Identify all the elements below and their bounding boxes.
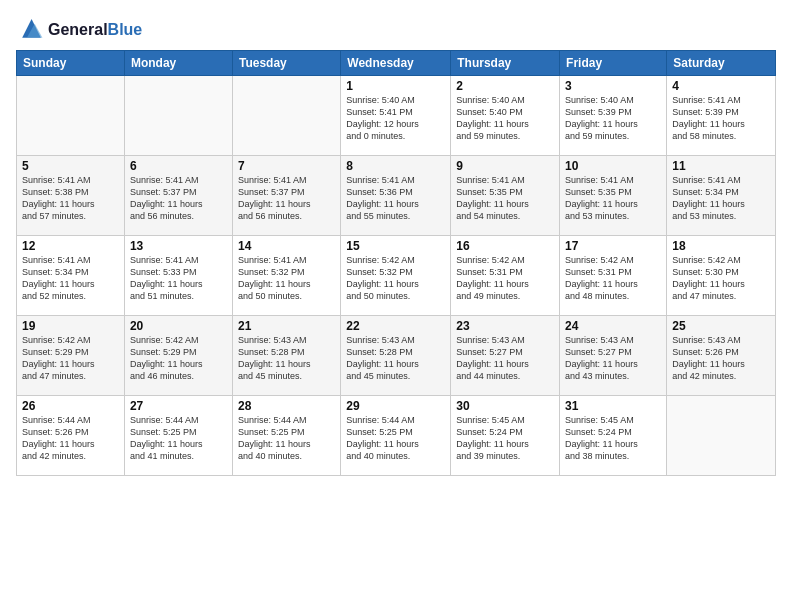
calendar-week-row: 12Sunrise: 5:41 AM Sunset: 5:34 PM Dayli… <box>17 236 776 316</box>
calendar-cell: 1Sunrise: 5:40 AM Sunset: 5:41 PM Daylig… <box>341 76 451 156</box>
calendar-table: SundayMondayTuesdayWednesdayThursdayFrid… <box>16 50 776 476</box>
calendar-cell: 14Sunrise: 5:41 AM Sunset: 5:32 PM Dayli… <box>232 236 340 316</box>
day-info: Sunrise: 5:41 AM Sunset: 5:35 PM Dayligh… <box>565 174 661 223</box>
header: GeneralBlue <box>16 12 776 44</box>
day-number: 3 <box>565 79 661 93</box>
day-number: 17 <box>565 239 661 253</box>
calendar-cell <box>124 76 232 156</box>
day-info: Sunrise: 5:41 AM Sunset: 5:32 PM Dayligh… <box>238 254 335 303</box>
day-info: Sunrise: 5:41 AM Sunset: 5:38 PM Dayligh… <box>22 174 119 223</box>
calendar-cell: 18Sunrise: 5:42 AM Sunset: 5:30 PM Dayli… <box>667 236 776 316</box>
day-number: 13 <box>130 239 227 253</box>
weekday-header: Tuesday <box>232 51 340 76</box>
day-number: 10 <box>565 159 661 173</box>
day-info: Sunrise: 5:44 AM Sunset: 5:25 PM Dayligh… <box>238 414 335 463</box>
day-number: 22 <box>346 319 445 333</box>
day-number: 15 <box>346 239 445 253</box>
day-info: Sunrise: 5:42 AM Sunset: 5:32 PM Dayligh… <box>346 254 445 303</box>
day-info: Sunrise: 5:43 AM Sunset: 5:28 PM Dayligh… <box>238 334 335 383</box>
day-info: Sunrise: 5:41 AM Sunset: 5:34 PM Dayligh… <box>672 174 770 223</box>
day-info: Sunrise: 5:41 AM Sunset: 5:35 PM Dayligh… <box>456 174 554 223</box>
day-number: 20 <box>130 319 227 333</box>
calendar-cell: 7Sunrise: 5:41 AM Sunset: 5:37 PM Daylig… <box>232 156 340 236</box>
logo: GeneralBlue <box>16 16 142 44</box>
day-number: 31 <box>565 399 661 413</box>
day-number: 14 <box>238 239 335 253</box>
weekday-header: Sunday <box>17 51 125 76</box>
day-number: 21 <box>238 319 335 333</box>
calendar-cell: 31Sunrise: 5:45 AM Sunset: 5:24 PM Dayli… <box>560 396 667 476</box>
day-number: 19 <box>22 319 119 333</box>
calendar-cell: 13Sunrise: 5:41 AM Sunset: 5:33 PM Dayli… <box>124 236 232 316</box>
calendar-cell: 15Sunrise: 5:42 AM Sunset: 5:32 PM Dayli… <box>341 236 451 316</box>
calendar-cell: 2Sunrise: 5:40 AM Sunset: 5:40 PM Daylig… <box>451 76 560 156</box>
day-info: Sunrise: 5:45 AM Sunset: 5:24 PM Dayligh… <box>565 414 661 463</box>
day-number: 28 <box>238 399 335 413</box>
calendar-header-row: SundayMondayTuesdayWednesdayThursdayFrid… <box>17 51 776 76</box>
day-number: 9 <box>456 159 554 173</box>
day-number: 2 <box>456 79 554 93</box>
calendar-cell: 11Sunrise: 5:41 AM Sunset: 5:34 PM Dayli… <box>667 156 776 236</box>
calendar-cell: 22Sunrise: 5:43 AM Sunset: 5:28 PM Dayli… <box>341 316 451 396</box>
day-number: 29 <box>346 399 445 413</box>
day-info: Sunrise: 5:41 AM Sunset: 5:37 PM Dayligh… <box>238 174 335 223</box>
calendar-cell <box>17 76 125 156</box>
calendar-cell: 17Sunrise: 5:42 AM Sunset: 5:31 PM Dayli… <box>560 236 667 316</box>
day-number: 7 <box>238 159 335 173</box>
calendar-cell: 23Sunrise: 5:43 AM Sunset: 5:27 PM Dayli… <box>451 316 560 396</box>
day-info: Sunrise: 5:42 AM Sunset: 5:29 PM Dayligh… <box>22 334 119 383</box>
day-number: 18 <box>672 239 770 253</box>
calendar-cell: 28Sunrise: 5:44 AM Sunset: 5:25 PM Dayli… <box>232 396 340 476</box>
day-info: Sunrise: 5:41 AM Sunset: 5:33 PM Dayligh… <box>130 254 227 303</box>
day-info: Sunrise: 5:41 AM Sunset: 5:34 PM Dayligh… <box>22 254 119 303</box>
day-info: Sunrise: 5:45 AM Sunset: 5:24 PM Dayligh… <box>456 414 554 463</box>
day-number: 6 <box>130 159 227 173</box>
day-info: Sunrise: 5:40 AM Sunset: 5:39 PM Dayligh… <box>565 94 661 143</box>
calendar-week-row: 1Sunrise: 5:40 AM Sunset: 5:41 PM Daylig… <box>17 76 776 156</box>
calendar-cell: 6Sunrise: 5:41 AM Sunset: 5:37 PM Daylig… <box>124 156 232 236</box>
calendar-cell: 25Sunrise: 5:43 AM Sunset: 5:26 PM Dayli… <box>667 316 776 396</box>
day-info: Sunrise: 5:41 AM Sunset: 5:36 PM Dayligh… <box>346 174 445 223</box>
calendar-cell: 30Sunrise: 5:45 AM Sunset: 5:24 PM Dayli… <box>451 396 560 476</box>
calendar-cell: 24Sunrise: 5:43 AM Sunset: 5:27 PM Dayli… <box>560 316 667 396</box>
day-info: Sunrise: 5:42 AM Sunset: 5:31 PM Dayligh… <box>565 254 661 303</box>
calendar-cell: 10Sunrise: 5:41 AM Sunset: 5:35 PM Dayli… <box>560 156 667 236</box>
calendar-cell: 26Sunrise: 5:44 AM Sunset: 5:26 PM Dayli… <box>17 396 125 476</box>
calendar-cell: 29Sunrise: 5:44 AM Sunset: 5:25 PM Dayli… <box>341 396 451 476</box>
day-number: 16 <box>456 239 554 253</box>
day-info: Sunrise: 5:40 AM Sunset: 5:40 PM Dayligh… <box>456 94 554 143</box>
day-info: Sunrise: 5:42 AM Sunset: 5:29 PM Dayligh… <box>130 334 227 383</box>
logo-text: GeneralBlue <box>48 21 142 39</box>
calendar-cell: 21Sunrise: 5:43 AM Sunset: 5:28 PM Dayli… <box>232 316 340 396</box>
logo-icon <box>16 16 44 44</box>
calendar-cell: 19Sunrise: 5:42 AM Sunset: 5:29 PM Dayli… <box>17 316 125 396</box>
day-number: 23 <box>456 319 554 333</box>
day-info: Sunrise: 5:42 AM Sunset: 5:31 PM Dayligh… <box>456 254 554 303</box>
calendar-cell: 12Sunrise: 5:41 AM Sunset: 5:34 PM Dayli… <box>17 236 125 316</box>
calendar-cell <box>667 396 776 476</box>
day-info: Sunrise: 5:42 AM Sunset: 5:30 PM Dayligh… <box>672 254 770 303</box>
calendar-cell: 5Sunrise: 5:41 AM Sunset: 5:38 PM Daylig… <box>17 156 125 236</box>
day-number: 4 <box>672 79 770 93</box>
calendar-cell: 27Sunrise: 5:44 AM Sunset: 5:25 PM Dayli… <box>124 396 232 476</box>
weekday-header: Thursday <box>451 51 560 76</box>
day-info: Sunrise: 5:41 AM Sunset: 5:39 PM Dayligh… <box>672 94 770 143</box>
calendar-week-row: 26Sunrise: 5:44 AM Sunset: 5:26 PM Dayli… <box>17 396 776 476</box>
calendar-cell <box>232 76 340 156</box>
calendar-cell: 3Sunrise: 5:40 AM Sunset: 5:39 PM Daylig… <box>560 76 667 156</box>
page-container: GeneralBlue SundayMondayTuesdayWednesday… <box>0 0 792 484</box>
day-info: Sunrise: 5:41 AM Sunset: 5:37 PM Dayligh… <box>130 174 227 223</box>
day-info: Sunrise: 5:43 AM Sunset: 5:27 PM Dayligh… <box>565 334 661 383</box>
day-number: 11 <box>672 159 770 173</box>
day-info: Sunrise: 5:44 AM Sunset: 5:25 PM Dayligh… <box>346 414 445 463</box>
day-info: Sunrise: 5:43 AM Sunset: 5:28 PM Dayligh… <box>346 334 445 383</box>
weekday-header: Monday <box>124 51 232 76</box>
day-number: 24 <box>565 319 661 333</box>
day-number: 30 <box>456 399 554 413</box>
calendar-cell: 20Sunrise: 5:42 AM Sunset: 5:29 PM Dayli… <box>124 316 232 396</box>
day-number: 1 <box>346 79 445 93</box>
day-number: 25 <box>672 319 770 333</box>
calendar-cell: 16Sunrise: 5:42 AM Sunset: 5:31 PM Dayli… <box>451 236 560 316</box>
day-number: 27 <box>130 399 227 413</box>
day-info: Sunrise: 5:44 AM Sunset: 5:26 PM Dayligh… <box>22 414 119 463</box>
